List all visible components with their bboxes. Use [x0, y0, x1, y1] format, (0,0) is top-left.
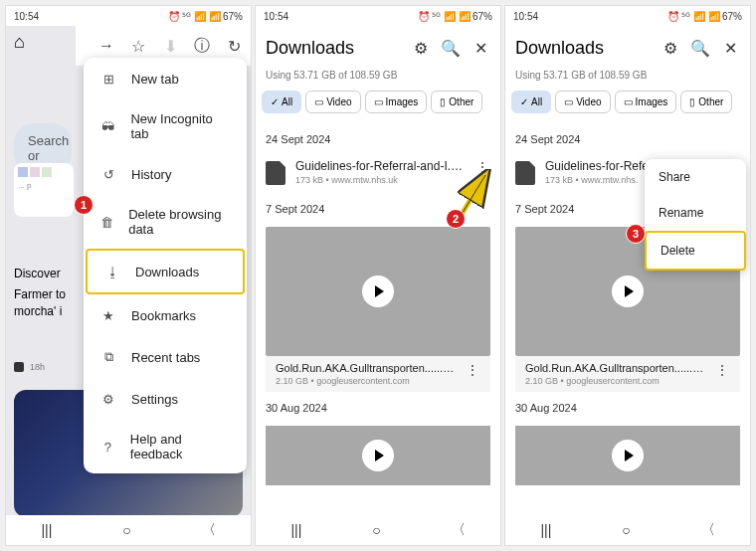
incognito-icon: 🕶 — [99, 117, 116, 135]
more-icon[interactable]: ⋮ — [465, 362, 480, 378]
menu-incognito[interactable]: 🕶New Incognito tab — [84, 99, 247, 153]
chip-all[interactable]: ✓All — [511, 91, 551, 113]
date-header: 30 Aug 2024 — [256, 392, 500, 420]
android-nav: ||| ○ 〈 — [6, 515, 251, 545]
menu-recent-tabs[interactable]: ⧉Recent tabs — [84, 336, 247, 378]
help-icon: ? — [99, 438, 116, 456]
menu-delete-data[interactable]: 🗑Delete browsing data — [84, 195, 247, 249]
nav-home[interactable]: ○ — [122, 522, 130, 538]
plus-icon: ⊞ — [99, 70, 117, 88]
gear-icon: ⚙ — [99, 390, 117, 408]
nav-back[interactable]: 〈 — [202, 521, 216, 539]
star-icon: ★ — [99, 306, 117, 324]
chip-video[interactable]: ▭Video — [305, 91, 360, 113]
menu-new-tab[interactable]: ⊞New tab — [84, 58, 247, 99]
annotation-badge-2: 2 — [446, 209, 466, 229]
search-icon[interactable]: 🔍 — [441, 38, 461, 58]
filter-chips: ✓All ▭Video ▭Images ▯Other — [505, 91, 750, 123]
context-rename[interactable]: Rename — [645, 195, 746, 231]
play-icon — [612, 276, 644, 307]
download-icon: ⬇ — [161, 37, 179, 55]
play-icon — [362, 440, 394, 471]
date-header: 24 Sept 2024 — [505, 123, 750, 151]
download-icon: ⭳ — [103, 263, 121, 280]
annotation-badge-1: 1 — [74, 195, 94, 215]
chip-all[interactable]: ✓All — [262, 91, 301, 113]
storage-text: Using 53.71 GB of 108.59 GB — [256, 70, 500, 91]
date-header: 24 Sept 2024 — [256, 123, 500, 151]
play-icon — [362, 276, 394, 307]
video-name: Gold.Run.AKA.Gulltransporten......mkv — [276, 362, 457, 374]
video-thumbnail[interactable] — [266, 426, 490, 485]
page-title: Downloads — [515, 38, 651, 59]
history-icon: ↺ — [99, 165, 117, 183]
android-nav: ||| ○ 〈 — [256, 515, 500, 545]
video-meta: 2.10 GB • googleusercontent.com — [525, 376, 706, 386]
video-meta: 2.10 GB • googleusercontent.com — [276, 376, 457, 386]
gear-icon[interactable]: ⚙ — [411, 38, 431, 58]
search-icon[interactable]: 🔍 — [690, 38, 710, 58]
downloads-header: Downloads ⚙ 🔍 ✕ — [256, 26, 500, 70]
menu-settings[interactable]: ⚙Settings — [84, 378, 247, 420]
news-headline[interactable]: Farmer to morcha' i — [14, 286, 74, 320]
gear-icon[interactable]: ⚙ — [661, 38, 680, 58]
tabs-icon: ⧉ — [99, 348, 117, 366]
menu-bookmarks[interactable]: ★Bookmarks — [84, 294, 247, 336]
site-tile[interactable]: ... p — [14, 163, 74, 217]
annotation-badge-3: 3 — [626, 224, 646, 244]
nav-home[interactable]: ○ — [622, 522, 630, 538]
page-title: Downloads — [266, 38, 401, 59]
chip-images[interactable]: ▭Images — [615, 91, 677, 113]
file-icon — [266, 161, 285, 185]
refresh-icon[interactable]: ↻ — [225, 37, 243, 55]
info-icon[interactable]: ⓘ — [193, 37, 211, 55]
nav-recent[interactable]: ||| — [41, 522, 52, 538]
filter-chips: ✓All ▭Video ▭Images ▯Other — [256, 91, 500, 123]
chip-other[interactable]: ▯Other — [680, 91, 732, 113]
more-icon[interactable]: ⋮ — [474, 159, 490, 175]
file-name: Guidelines-for-Referral-and-I.....pdf — [295, 159, 465, 173]
file-row[interactable]: Guidelines-for-Referral-and-I.....pdf 17… — [256, 151, 500, 193]
trash-icon: 🗑 — [99, 213, 114, 231]
android-nav: ||| ○ 〈 — [505, 515, 750, 545]
chip-other[interactable]: ▯Other — [431, 91, 482, 113]
discover-label: Discover — [14, 267, 61, 280]
star-icon[interactable]: ☆ — [129, 37, 147, 55]
video-name: Gold.Run.AKA.Gulltransporten......mkv — [525, 362, 706, 374]
home-icon[interactable]: ⌂ — [14, 32, 25, 53]
video-row[interactable]: Gold.Run.AKA.Gulltransporten......mkv 2.… — [515, 356, 740, 392]
context-share[interactable]: Share — [645, 159, 746, 195]
close-icon[interactable]: ✕ — [720, 38, 740, 58]
date-header: 30 Aug 2024 — [505, 392, 750, 420]
menu-history[interactable]: ↺History — [84, 153, 247, 195]
nav-recent[interactable]: ||| — [540, 522, 551, 538]
play-icon — [612, 440, 644, 471]
context-menu: Share Rename Delete — [645, 159, 746, 271]
video-row[interactable]: Gold.Run.AKA.Gulltransporten......mkv 2.… — [266, 356, 490, 392]
status-icons: ⏰ ⁵ᴳ 📶 📶67% — [168, 11, 243, 22]
file-icon — [515, 161, 535, 185]
file-meta: 173 kB • www.mtw.nhs.uk — [295, 175, 465, 185]
nav-recent[interactable]: ||| — [290, 522, 301, 538]
menu-downloads[interactable]: ⭳Downloads — [86, 249, 245, 294]
downloads-header: Downloads ⚙ 🔍 ✕ — [505, 26, 750, 70]
status-bar: 10:54 ⏰ ⁵ᴳ 📶 📶67% — [6, 6, 251, 26]
status-time: 10:54 — [14, 11, 39, 22]
storage-text: Using 53.71 GB of 108.59 GB — [505, 70, 750, 91]
menu-help[interactable]: ?Help and feedback — [84, 420, 247, 473]
nav-home[interactable]: ○ — [372, 522, 380, 538]
chip-video[interactable]: ▭Video — [555, 91, 610, 113]
nav-back[interactable]: 〈 — [701, 521, 715, 539]
status-bar: 10:54 ⏰ ⁵ᴳ 📶 📶67% — [505, 6, 750, 26]
chip-images[interactable]: ▭Images — [365, 91, 428, 113]
video-thumbnail[interactable] — [515, 426, 740, 485]
context-delete[interactable]: Delete — [645, 231, 746, 271]
panel-downloads: 10:54 ⏰ ⁵ᴳ 📶 📶67% Downloads ⚙ 🔍 ✕ Using … — [255, 5, 501, 546]
nav-back[interactable]: 〈 — [452, 521, 466, 539]
video-thumbnail[interactable] — [266, 227, 490, 356]
close-icon[interactable]: ✕ — [471, 38, 490, 58]
forward-icon[interactable]: → — [97, 37, 115, 55]
status-bar: 10:54 ⏰ ⁵ᴳ 📶 📶67% — [256, 6, 500, 26]
more-icon[interactable]: ⋮ — [714, 362, 730, 378]
panel-browser-menu: 10:54 ⏰ ⁵ᴳ 📶 📶67% ⌂ → ☆ ⬇ ⓘ ↻ ⊞New tab 🕶… — [5, 5, 252, 546]
